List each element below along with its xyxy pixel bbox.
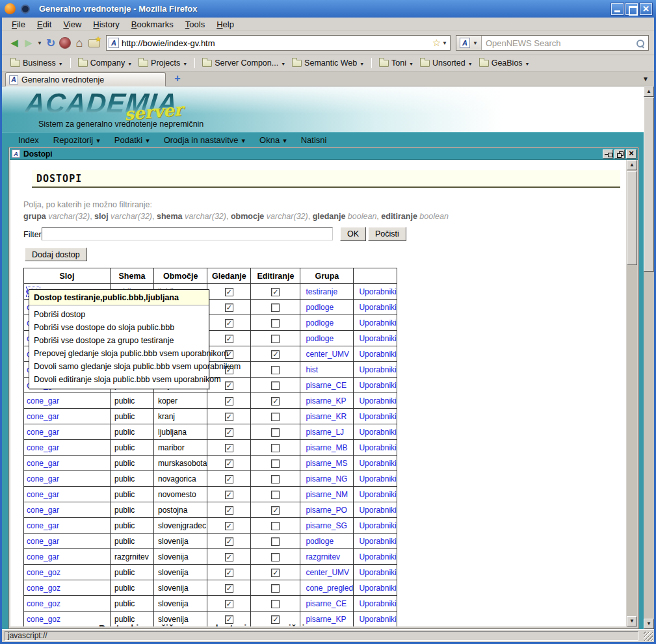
appmenu-item-repozitorij[interactable]: Repozitorij [46,135,107,145]
appmenu-item-podatki[interactable]: Podatki [107,135,157,145]
home-button[interactable]: ⌂ [72,35,86,51]
uporabniki-link[interactable]: Uporabniki [359,521,396,530]
editiranje-checkbox[interactable] [271,537,280,546]
gledanje-checkbox[interactable] [225,522,233,530]
close-window-button[interactable] [626,149,636,159]
gledanje-checkbox[interactable] [225,335,233,343]
bookmark-folder-company[interactable]: Company [75,57,135,69]
uporabniki-link[interactable]: Uporabniki [359,350,396,359]
editiranje-checkbox[interactable] [271,366,280,374]
clear-button[interactable]: Počisti [368,227,406,241]
editiranje-checkbox[interactable] [271,350,280,359]
grupa-link[interactable]: pisarne_NG [306,474,347,483]
gledanje-checkbox[interactable] [225,584,233,593]
sloj-link[interactable]: cone_gar [27,474,59,483]
grupa-link[interactable]: pisarne_KR [306,412,347,421]
search-input[interactable] [482,38,636,48]
menubar-item-edit[interactable]: Edit [31,18,57,31]
gledanje-checkbox[interactable] [225,506,233,515]
editiranje-checkbox[interactable] [271,553,280,561]
inner-scroll-down-icon[interactable] [627,616,637,626]
bookmark-folder-toni[interactable]: Toni [376,57,417,69]
grupa-link[interactable]: pisarne_KP [306,396,346,406]
editiranje-checkbox[interactable] [271,506,280,515]
url-input[interactable] [122,38,432,48]
context-menu-item[interactable]: Pobriši dostop [29,308,209,321]
gledanje-checkbox[interactable] [225,459,233,468]
sloj-link[interactable]: cone_goz [27,584,60,593]
editiranje-checkbox[interactable] [271,491,280,499]
sloj-link[interactable]: cone_goz [27,599,60,608]
gledanje-checkbox[interactable] [225,413,233,421]
filter-input[interactable] [42,227,333,240]
uporabniki-link[interactable]: Uporabniki [359,537,396,546]
editiranje-checkbox[interactable] [271,584,280,593]
uporabniki-link[interactable]: Uporabniki [359,584,396,593]
tab-list-dropdown-icon[interactable]: ▼ [642,75,649,83]
new-tab-button[interactable]: + [171,73,184,85]
grupa-link[interactable]: pisarne_CE [306,599,347,608]
gledanje-checkbox[interactable] [225,444,233,452]
context-menu-item[interactable]: Prepovej gledanje sloja public.bbb vsem … [29,347,209,360]
editiranje-checkbox[interactable] [271,459,280,468]
editiranje-checkbox[interactable] [271,475,280,483]
editiranje-checkbox[interactable] [271,569,280,577]
url-dropdown-icon[interactable]: ▼ [442,40,447,46]
gledanje-checkbox[interactable] [225,569,233,577]
editiranje-checkbox[interactable] [271,428,280,437]
editiranje-checkbox[interactable] [271,615,280,624]
appmenu-item-orodja-in-nastavitve[interactable]: Orodja in nastavitve [157,135,252,145]
url-bar[interactable]: A ☆ ▼ [106,35,451,51]
main-scroll-down-icon[interactable] [644,619,654,629]
uporabniki-link[interactable]: Uporabniki [359,381,396,390]
bookmark-star-icon[interactable] [88,39,100,47]
uporabniki-link[interactable]: Uporabniki [359,396,396,406]
menubar-item-tools[interactable]: Tools [179,18,211,31]
gledanje-checkbox[interactable] [225,537,233,546]
grupa-link[interactable]: hist [306,365,318,374]
restore-window-button[interactable] [614,149,625,159]
uporabniki-link[interactable]: Uporabniki [359,365,396,374]
editiranje-checkbox[interactable] [271,413,280,421]
sloj-link[interactable]: cone_gar [27,552,59,561]
grupa-link[interactable]: podloge [306,334,334,343]
sloj-link[interactable]: cone_goz [27,568,60,577]
editiranje-checkbox[interactable] [271,397,280,406]
gledanje-checkbox[interactable] [225,475,233,483]
sloj-link[interactable]: cone_gar [27,490,59,499]
uporabniki-link[interactable]: Uporabniki [359,568,396,577]
menubar-item-history[interactable]: History [87,18,125,31]
bookmark-folder-unsorted[interactable]: Unsorted [417,57,476,69]
gledanje-checkbox[interactable] [225,288,233,296]
maximize-button[interactable] [625,3,638,15]
uporabniki-link[interactable]: Uporabniki [359,303,396,312]
uporabniki-link[interactable]: Uporabniki [359,490,396,499]
appmenu-item-natisni[interactable]: Natisni [294,135,334,145]
grupa-link[interactable]: pisarne_KP [306,615,346,624]
grupa-link[interactable]: center_UMV [306,350,349,359]
grupa-link[interactable]: podloge [306,303,334,312]
sloj-link[interactable]: cone_gar [27,428,59,437]
grupa-link[interactable]: podloge [306,318,334,328]
gledanje-checkbox[interactable] [225,381,233,390]
grupa-link[interactable]: center_UMV [306,568,349,577]
menubar-item-help[interactable]: Help [211,18,240,31]
search-engine-selector[interactable]: A ▼ [456,36,482,50]
bookmark-page-icon[interactable]: ☆ [432,37,441,49]
sloj-link[interactable]: cone_gar [27,443,59,452]
gledanje-checkbox[interactable] [225,553,233,561]
editiranje-checkbox[interactable] [271,600,280,608]
add-access-button[interactable]: Dodaj dostop [25,248,87,261]
back-button[interactable]: ◀ [7,35,21,51]
uporabniki-link[interactable]: Uporabniki [359,474,396,483]
search-icon[interactable] [636,39,644,47]
editiranje-checkbox[interactable] [271,444,280,452]
main-scrollbar[interactable] [644,86,654,629]
uporabniki-link[interactable]: Uporabniki [359,287,396,296]
editiranje-checkbox[interactable] [271,522,280,530]
grupa-link[interactable]: razgrnitev [306,552,340,561]
history-dropdown-icon[interactable]: ▼ [36,35,44,51]
uporabniki-link[interactable]: Uporabniki [359,599,396,608]
sloj-link[interactable]: cone_gar [27,459,59,468]
grupa-link[interactable]: pisarne_MS [306,459,347,468]
